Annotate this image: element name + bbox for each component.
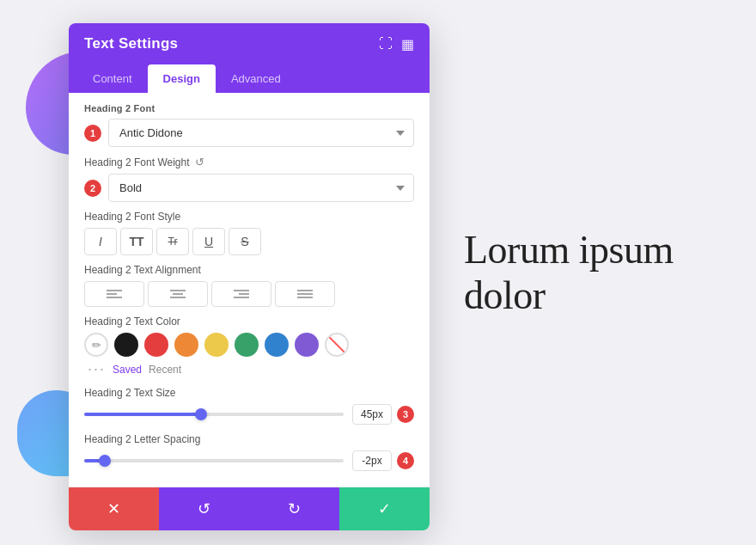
- heading2-text-alignment-label-row: Heading 2 Text Alignment: [84, 264, 414, 276]
- tab-design[interactable]: Design: [148, 64, 216, 93]
- underline-button[interactable]: U: [192, 228, 225, 255]
- align-right-button[interactable]: [211, 281, 271, 307]
- heading2-text-size-label-row: Heading 2 Text Size: [84, 387, 414, 399]
- panel-footer: ✕ ↺ ↻ ✓: [69, 487, 430, 530]
- panel-header: Text Settings ⛶ ▦: [69, 23, 430, 64]
- heading2-letter-spacing-label-row: Heading 2 Letter Spacing: [84, 433, 414, 445]
- align-left-button[interactable]: [84, 281, 144, 307]
- heading2-font-style-label: Heading 2 Font Style: [84, 211, 180, 223]
- letter-spacing-thumb[interactable]: [99, 455, 111, 467]
- color-purple[interactable]: [295, 333, 319, 357]
- strikethrough-button[interactable]: S: [229, 228, 261, 255]
- preview-area: Lorum ipsum dolor: [430, 193, 756, 352]
- badge-4: 4: [397, 452, 414, 469]
- text-size-fill: [84, 413, 201, 416]
- panel-content: Heading 2 Font 1 Antic Didone Heading 2 …: [69, 93, 430, 487]
- saved-colors-button[interactable]: Saved: [113, 364, 142, 376]
- color-picker-button[interactable]: ✏: [84, 333, 108, 357]
- alignment-buttons: [84, 281, 414, 307]
- panel-menu-icon[interactable]: ▦: [401, 36, 414, 52]
- preview-text: Lorum ipsum dolor: [464, 227, 722, 318]
- text-settings-panel: Text Settings ⛶ ▦ Content Design Advance…: [69, 23, 430, 530]
- confirm-button[interactable]: ✓: [339, 487, 430, 530]
- undo-button[interactable]: ↺: [159, 487, 249, 530]
- letter-spacing-value-row: -2px 4: [352, 450, 414, 471]
- heading2-font-weight-label: Heading 2 Font Weight: [84, 156, 190, 168]
- bold-tt-button[interactable]: TT: [120, 228, 153, 255]
- heading2-font-label: Heading 2 Font: [84, 93, 414, 119]
- heading2-text-size-label: Heading 2 Text Size: [84, 387, 176, 399]
- text-size-value-row: 45px 3: [352, 404, 414, 425]
- heading2-font-weight-label-row: Heading 2 Font Weight ↺: [84, 156, 414, 168]
- expand-icon[interactable]: ⛶: [379, 36, 393, 52]
- panel-tabs: Content Design Advanced: [69, 64, 430, 93]
- redo-button[interactable]: ↻: [249, 487, 339, 530]
- text-size-track[interactable]: [84, 413, 344, 416]
- color-yellow[interactable]: [204, 333, 229, 357]
- color-black[interactable]: [114, 333, 138, 357]
- italic-button[interactable]: I: [84, 228, 117, 255]
- heading2-font-weight-row: 2 Bold Normal Light: [84, 174, 414, 202]
- letter-spacing-value[interactable]: -2px: [352, 450, 392, 471]
- heading2-font-row: 1 Antic Didone: [84, 119, 414, 147]
- text-size-slider-row: 45px 3: [84, 404, 414, 425]
- color-orange[interactable]: [174, 333, 198, 357]
- text-size-thumb[interactable]: [195, 408, 207, 420]
- saved-recent-row: ··· Saved Recent: [84, 360, 414, 378]
- strikethrough-tt-button[interactable]: Tr: [156, 228, 189, 255]
- tab-content[interactable]: Content: [77, 64, 148, 93]
- heading2-text-alignment-label: Heading 2 Text Alignment: [84, 264, 201, 276]
- color-red[interactable]: [144, 333, 168, 357]
- heading2-font-weight-select[interactable]: Bold Normal Light: [108, 174, 414, 202]
- cancel-button[interactable]: ✕: [69, 487, 159, 530]
- more-colors-button[interactable]: ···: [88, 360, 106, 378]
- text-size-value[interactable]: 45px: [352, 404, 392, 425]
- badge-1: 1: [84, 125, 101, 142]
- heading2-letter-spacing-label: Heading 2 Letter Spacing: [84, 433, 200, 445]
- heading2-text-color-label: Heading 2 Text Color: [84, 315, 180, 328]
- heading2-font-select[interactable]: Antic Didone: [108, 119, 414, 147]
- color-blue[interactable]: [265, 333, 289, 357]
- letter-spacing-track[interactable]: [84, 459, 344, 462]
- color-transparent[interactable]: [325, 333, 349, 357]
- letter-spacing-slider-row: -2px 4: [84, 450, 414, 471]
- color-green[interactable]: [235, 333, 259, 357]
- badge-2: 2: [84, 180, 101, 197]
- align-center-button[interactable]: [148, 281, 208, 307]
- heading2-text-color-label-row: Heading 2 Text Color: [84, 315, 414, 328]
- heading2-font-style-label-row: Heading 2 Font Style: [84, 211, 414, 223]
- panel-title: Text Settings: [84, 35, 178, 52]
- color-swatches-row: ✏: [84, 333, 414, 357]
- badge-3: 3: [397, 406, 414, 423]
- align-justify-button[interactable]: [275, 281, 335, 307]
- reset-font-weight-icon[interactable]: ↺: [195, 156, 204, 168]
- font-style-buttons: I TT Tr U S: [84, 228, 414, 255]
- recent-colors-button[interactable]: Recent: [149, 364, 181, 376]
- tab-advanced[interactable]: Advanced: [216, 64, 296, 93]
- panel-header-icons: ⛶ ▦: [379, 36, 414, 52]
